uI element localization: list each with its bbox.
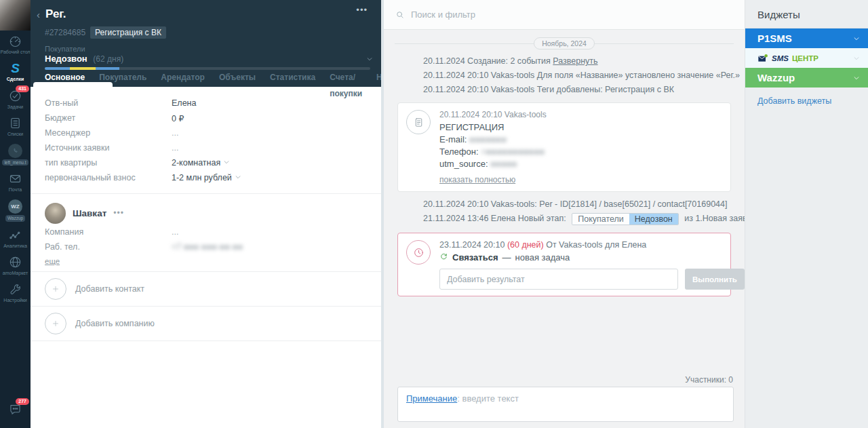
sms-center-logo-icon bbox=[757, 54, 768, 63]
sidebar-item-chats[interactable]: 277 bbox=[0, 398, 31, 419]
task-card: 23.11.2024 20:10 (60 дней) От Vakas-tool… bbox=[397, 233, 731, 296]
back-button[interactable]: ‹ bbox=[37, 9, 40, 20]
field-value: 2-комнатная bbox=[172, 158, 220, 168]
sidebar-item-wazzup[interactable]: WZ Wazzup bbox=[0, 196, 31, 225]
tab-objects[interactable]: Объекты bbox=[218, 69, 256, 87]
phone-value-redacted: +●●●●●●●●●●● bbox=[481, 147, 545, 157]
tab-main[interactable]: Основное bbox=[44, 69, 85, 87]
search-icon bbox=[395, 10, 405, 20]
deal-scrollbar[interactable] bbox=[381, 0, 384, 428]
field-value[interactable]: ... bbox=[172, 227, 178, 237]
feed-event-stage-change: 21.11.2024 13:46 Елена Новый этап: Покуп… bbox=[397, 212, 731, 226]
task-controls: Выполнить bbox=[439, 269, 745, 290]
note-body: 20.11.2024 20:10 Vakas-tools РЕГИСТРАЦИЯ… bbox=[439, 110, 547, 185]
phone-label: Телефон: bbox=[439, 147, 479, 157]
sidebar-item-dashboard[interactable]: Рабочий стол bbox=[0, 31, 31, 58]
field-lead-source: Источник заявки ... bbox=[31, 140, 384, 155]
note-card: 20.11.2024 20:10 Vakas-tools РЕГИСТРАЦИЯ… bbox=[397, 102, 731, 192]
plus-icon bbox=[45, 313, 66, 334]
contact-name[interactable]: Шавкат bbox=[73, 208, 106, 218]
note-input-box[interactable]: Примечание: введите текст bbox=[397, 387, 734, 422]
show-full-link[interactable]: показать полностью bbox=[439, 175, 515, 184]
event-text: 20.11.2024 20:10 Vakas-tools Для поля «Н… bbox=[423, 71, 740, 80]
field-label: Месенджер bbox=[45, 128, 172, 138]
sidebar-item-label: Аналитика bbox=[3, 244, 27, 249]
show-more-link[interactable]: еще bbox=[45, 257, 60, 265]
stage-row[interactable]: Недозвон (62 дня) bbox=[45, 54, 123, 64]
task-overdue-days: (60 дней) bbox=[507, 240, 544, 250]
email-value-redacted: ●●●●●●● bbox=[469, 134, 507, 144]
stage-chip-group: Покупатели Недозвон bbox=[572, 213, 679, 225]
add-contact-button[interactable]: Добавить контакт bbox=[31, 271, 384, 306]
lists-icon bbox=[8, 116, 22, 130]
field-value-redacted[interactable]: +7 ●●● ●●●-●●-●● bbox=[172, 242, 243, 252]
add-widgets-link[interactable]: Добавить виджеты bbox=[745, 87, 868, 115]
tab-tenant[interactable]: Арендатор bbox=[160, 69, 205, 87]
sidebar-item-label: Сделки bbox=[7, 77, 24, 82]
note-type-link[interactable]: Примечание bbox=[406, 393, 457, 404]
contact-avatar[interactable] bbox=[45, 203, 66, 224]
field-messenger: Месенджер ... bbox=[31, 125, 384, 140]
note-document-icon bbox=[406, 110, 431, 134]
sidebar-item-settings[interactable]: Настройки bbox=[0, 279, 31, 306]
note-phone-line: Телефон: +●●●●●●●●●●● bbox=[439, 146, 547, 158]
contact-card: Шавкат ••• Компания ... Раб. тел. +7 ●●●… bbox=[31, 194, 384, 271]
contact-company-row: Компания ... bbox=[45, 225, 370, 239]
expand-link[interactable]: Развернуть bbox=[553, 56, 597, 66]
sidebar: Рабочий стол S Сделки 431 Задачи Списки … bbox=[0, 0, 31, 428]
whatsapp-icon bbox=[8, 144, 22, 158]
widget-sms-center[interactable]: SMS ЦЕНТР bbox=[745, 48, 868, 68]
chats-count-badge: 277 bbox=[16, 398, 29, 405]
email-label: E-mail: bbox=[439, 134, 467, 144]
sidebar-item-label: Рабочий стол bbox=[1, 50, 31, 55]
stage-days: (62 дня) bbox=[93, 54, 123, 64]
sidebar-item-mail[interactable]: Почта bbox=[0, 168, 31, 195]
widget-p1sms[interactable]: P1SMS bbox=[745, 28, 868, 48]
field-value-dropdown[interactable]: 1-2 млн рублей bbox=[172, 173, 241, 182]
field-value[interactable]: 0 ₽ bbox=[172, 113, 184, 123]
add-company-button[interactable]: Добавить компанию bbox=[31, 306, 384, 341]
feed-event: 20.11.2024 20:10 Vakas-tools Для поля «Н… bbox=[397, 69, 731, 83]
deal-tabs: Основное Покупатель Арендатор Объекты Ст… bbox=[44, 69, 384, 87]
sidebar-item-deals[interactable]: S Сделки bbox=[0, 58, 31, 85]
analytics-icon bbox=[8, 228, 22, 242]
complete-task-button[interactable]: Выполнить bbox=[685, 269, 745, 290]
sidebar-item-lists[interactable]: Списки bbox=[0, 113, 31, 140]
sidebar-item-label: Настройки bbox=[3, 298, 26, 303]
sidebar-item-amomarket[interactable]: amoМаркет bbox=[0, 252, 31, 279]
note-title: РЕГИСТРАЦИЯ bbox=[439, 121, 547, 134]
sidebar-item-label: left_menu.t bbox=[2, 159, 28, 166]
tab-invoices[interactable]: Счета/покупки bbox=[329, 69, 363, 87]
add-contact-label: Добавить контакт bbox=[75, 284, 144, 294]
search-input[interactable] bbox=[411, 9, 733, 20]
field-value[interactable]: ... bbox=[172, 143, 178, 153]
deal-tag[interactable]: Регистрация с ВК bbox=[90, 26, 166, 39]
widget-wazzup[interactable]: Wazzup bbox=[745, 68, 868, 87]
field-label: Бюджет bbox=[45, 113, 172, 123]
sidebar-item-tasks[interactable]: 431 Задачи bbox=[0, 85, 31, 113]
contact-phone-row: Раб. тел. +7 ●●● ●●●-●●-●● bbox=[45, 239, 370, 254]
tab-statistics[interactable]: Статистика bbox=[269, 69, 316, 87]
chevron-down-icon[interactable] bbox=[366, 53, 373, 65]
sidebar-item-whatsapp[interactable]: left_menu.t bbox=[0, 140, 31, 169]
tab-buyer[interactable]: Покупатель bbox=[98, 69, 147, 87]
utm-value-redacted: ●●●●● bbox=[490, 159, 517, 169]
deal-kebab-menu[interactable]: ••• bbox=[356, 5, 368, 15]
participants-count: Участники: 0 bbox=[685, 375, 733, 385]
contact-kebab-menu[interactable]: ••• bbox=[113, 208, 124, 218]
field-value-dropdown[interactable]: 2-комнатная bbox=[172, 158, 230, 168]
deal-title[interactable]: Рег. bbox=[45, 7, 66, 21]
feed-search-bar bbox=[384, 0, 745, 30]
plus-icon bbox=[45, 278, 66, 300]
user-avatar[interactable] bbox=[0, 0, 31, 31]
task-result-input[interactable] bbox=[439, 269, 678, 290]
deal-id-row: #27284685 Регистрация с ВК bbox=[45, 26, 166, 39]
field-value[interactable]: Елена bbox=[172, 98, 196, 108]
field-value[interactable]: ... bbox=[172, 128, 178, 138]
pipeline-name: Покупатели bbox=[45, 45, 85, 53]
sidebar-item-analytics[interactable]: Аналитика bbox=[0, 225, 31, 252]
feed-event: 20.11.2024 20:10 Vakas-tools: Per - ID[2… bbox=[397, 197, 731, 212]
dash: — bbox=[502, 252, 511, 262]
field-value: 1-2 млн рублей bbox=[172, 173, 232, 182]
note-utm-line: utm_source: ●●●●● bbox=[439, 158, 547, 170]
